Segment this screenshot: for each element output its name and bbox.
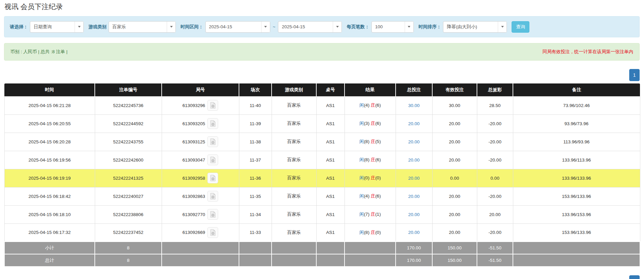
cell-total-bet[interactable]: 20.00 xyxy=(396,169,432,187)
video-file-icon xyxy=(210,229,216,236)
date-from-value: 2025-04-15 xyxy=(206,22,261,32)
total-bet-link[interactable]: 20.00 xyxy=(408,230,420,235)
cell-table-no: AS1 xyxy=(316,169,345,187)
pagination-page-1-top[interactable]: 1 xyxy=(629,69,640,81)
cell-round-id: 613093047 xyxy=(162,151,239,169)
video-replay-button[interactable] xyxy=(207,191,218,202)
cell-game-type: 百家乐 xyxy=(272,151,316,169)
total-bet-link[interactable]: 30.00 xyxy=(408,103,420,108)
cell-payout: -20.00 xyxy=(477,133,513,151)
date-from-select[interactable]: 2025-04-15 xyxy=(205,21,270,33)
cell-session: 11-33 xyxy=(239,223,272,242)
cell-total-bet[interactable]: 20.00 xyxy=(396,187,432,205)
total-cell-2 xyxy=(162,242,239,254)
chevron-down-icon[interactable] xyxy=(405,22,413,32)
total-bet-link[interactable]: 20.00 xyxy=(408,121,420,126)
table-row: 2025-04-15 06:20:55522422244592613093205… xyxy=(4,114,640,133)
table-total-row: 总计8170.00150.00-51.50 xyxy=(4,254,640,267)
cell-bet-id: 522422237452 xyxy=(95,223,162,242)
bet-records-table: 时间注单编号局号场次游戏类别桌号结果总投注有效投注总派彩备注 2025-04-1… xyxy=(4,83,640,267)
video-replay-button[interactable] xyxy=(207,209,218,220)
table-row: 2025-04-15 06:19:19522422241325613092958… xyxy=(4,169,640,187)
cell-payout: 0.00 xyxy=(477,169,513,187)
cell-session: 11-38 xyxy=(239,133,272,151)
table-header: 时间注单编号局号场次游戏类别桌号结果总投注有效投注总派彩备注 xyxy=(4,83,640,96)
cell-total-bet[interactable]: 30.00 xyxy=(396,96,432,114)
total-bet-link[interactable]: 20.00 xyxy=(408,139,420,144)
total-cell-7: 170.00 xyxy=(396,242,432,254)
cell-note: 133.96/153.96 xyxy=(513,205,640,223)
cell-time: 2025-04-15 06:18:10 xyxy=(4,205,95,223)
chevron-down-icon[interactable] xyxy=(498,22,507,32)
video-file-icon xyxy=(210,138,216,145)
chevron-down-icon[interactable] xyxy=(75,22,83,32)
cell-valid-bet: 30.00 xyxy=(432,96,477,114)
cell-session: 11-35 xyxy=(239,187,272,205)
column-header-2: 局号 xyxy=(162,83,239,96)
cell-total-bet[interactable]: 20.00 xyxy=(396,223,432,242)
table-row: 2025-04-15 06:17:32522422237452613092669… xyxy=(4,223,640,242)
cell-total-bet[interactable]: 20.00 xyxy=(396,205,432,223)
cell-round-id: 613093205 xyxy=(162,114,239,133)
player-label: 闲 xyxy=(359,103,364,108)
column-header-3: 场次 xyxy=(239,83,272,96)
total-cell-5 xyxy=(316,254,345,267)
banker-label: 庄 xyxy=(371,175,375,180)
cell-table-no: AS1 xyxy=(316,223,345,242)
video-replay-button[interactable] xyxy=(207,136,218,147)
cell-game-type: 百家乐 xyxy=(272,169,316,187)
date-to-select[interactable]: 2025-04-15 xyxy=(278,21,342,33)
cell-round-id: 613093296 xyxy=(162,96,239,114)
banker-label: 庄 xyxy=(371,194,375,199)
column-header-6: 结果 xyxy=(345,83,396,96)
cell-payout: -20.00 xyxy=(477,114,513,133)
video-replay-button[interactable] xyxy=(207,118,218,129)
total-bet-link[interactable]: 20.00 xyxy=(408,194,420,199)
cell-total-bet[interactable]: 20.00 xyxy=(396,133,432,151)
round-number: 613092770 xyxy=(183,212,205,217)
cell-table-no: AS1 xyxy=(316,187,345,205)
currency-total-text: 币别 : 人民币 | 总共 :8 注单 | xyxy=(10,49,68,55)
total-bet-link[interactable]: 20.00 xyxy=(408,158,420,163)
query-type-select[interactable]: 日期查询 xyxy=(30,21,84,33)
query-button[interactable]: 查询 xyxy=(512,21,529,33)
cell-table-no: AS1 xyxy=(316,205,345,223)
total-bet-link[interactable]: 20.00 xyxy=(408,212,420,217)
cell-payout: 20.00 xyxy=(477,205,513,223)
chevron-down-icon[interactable] xyxy=(261,22,270,32)
cell-note: 133.96/113.96 xyxy=(513,151,640,169)
player-label: 闲 xyxy=(359,230,364,235)
cell-session: 11-36 xyxy=(239,169,272,187)
cell-valid-bet: 20.00 xyxy=(432,133,477,151)
chevron-down-icon[interactable] xyxy=(333,22,341,32)
cell-bet-id: 522422245736 xyxy=(95,96,162,114)
cell-table-no: AS1 xyxy=(316,114,345,133)
video-replay-button[interactable] xyxy=(207,173,218,183)
total-bet-link[interactable]: 20.00 xyxy=(408,176,420,181)
cell-table-no: AS1 xyxy=(316,151,345,169)
cell-session: 11-39 xyxy=(239,114,272,133)
cell-result: 闲(4) 庄(6) xyxy=(345,187,396,205)
pagination-page-1-bottom[interactable]: 1 xyxy=(629,275,640,279)
cell-game-type: 百家乐 xyxy=(272,96,316,114)
cell-total-bet[interactable]: 20.00 xyxy=(396,151,432,169)
cell-result: 闲(3) 庄(6) xyxy=(345,114,396,133)
column-header-1: 注单编号 xyxy=(95,83,162,96)
game-type-value: 百家乐 xyxy=(109,22,167,32)
table-total-row: 小计8170.00150.00-51.50 xyxy=(4,242,640,254)
table-body: 2025-04-15 06:21:28522422245736613093296… xyxy=(4,96,640,242)
video-replay-button[interactable] xyxy=(207,227,218,238)
cell-round-id: 613092770 xyxy=(162,205,239,223)
total-cell-10 xyxy=(513,254,640,267)
cell-round-id: 613092958 xyxy=(162,169,239,187)
video-replay-button[interactable] xyxy=(207,100,218,111)
cell-payout: -20.00 xyxy=(477,151,513,169)
cell-game-type: 百家乐 xyxy=(272,205,316,223)
cell-total-bet[interactable]: 20.00 xyxy=(396,114,432,133)
time-sort-select[interactable]: 降幂(由大到小) xyxy=(443,21,507,33)
chevron-down-icon[interactable] xyxy=(167,22,175,32)
game-type-select[interactable]: 百家乐 xyxy=(109,21,176,33)
video-replay-button[interactable] xyxy=(207,154,218,165)
page-size-select[interactable]: 100 xyxy=(371,21,414,33)
cell-note: 93.96/73.96 xyxy=(513,114,640,133)
